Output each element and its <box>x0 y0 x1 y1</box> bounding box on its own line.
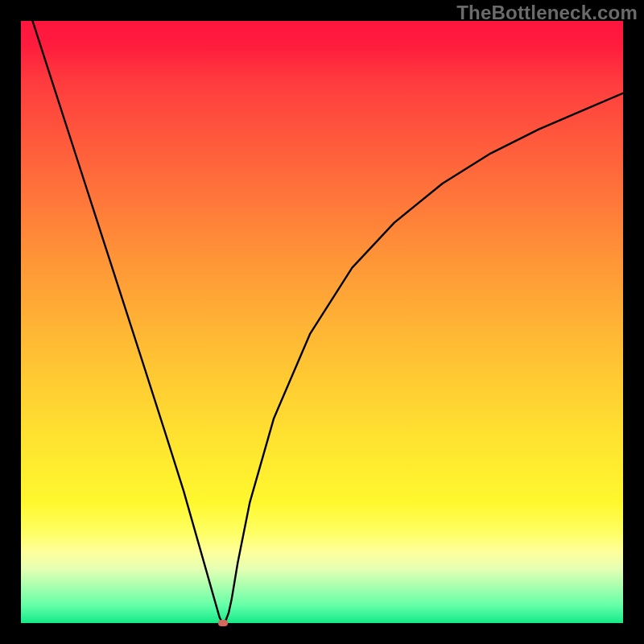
watermark: TheBottleneck.com <box>456 2 638 24</box>
heat-gradient <box>21 21 623 623</box>
minimum-marker <box>218 620 228 626</box>
chart-frame: TheBottleneck.com <box>0 0 644 644</box>
plot-area <box>21 21 623 623</box>
